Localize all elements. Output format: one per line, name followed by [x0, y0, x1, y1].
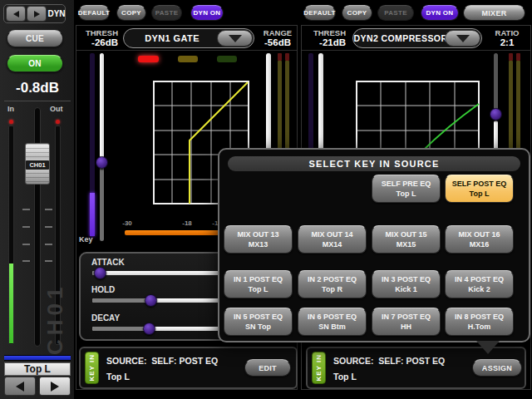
hold-slider-fill	[92, 298, 145, 303]
option-line2: HH	[401, 322, 411, 332]
dyn1-thresh-value: -26dB	[76, 37, 118, 47]
key-source-option[interactable]: MIX OUT 13 MX13	[224, 225, 293, 254]
option-line1: SELF PRE EQ	[382, 179, 431, 189]
in-meter-label: In	[7, 105, 14, 113]
keyin-tag: KEY IN	[312, 352, 326, 384]
dyn1-type-value: DYN1 GATE	[124, 29, 220, 47]
chevron-down-icon	[229, 35, 242, 42]
decay-knob[interactable]	[143, 323, 155, 335]
attack-knob[interactable]	[94, 267, 106, 279]
key-source-option[interactable]: IN 5 POST EQ SN Top	[224, 308, 293, 336]
key-source-option[interactable]: IN 4 POST EQ Kick 2	[445, 270, 514, 298]
decay-slider-fill	[92, 327, 144, 331]
dyn1-paste-button[interactable]: PASTE	[151, 5, 182, 21]
dynamics-screen: DYN CUE ON -0.8dB In Out CH01 CH01 Top L	[0, 0, 532, 399]
mixer-button[interactable]: MIXER	[463, 5, 525, 21]
next-page-button[interactable]	[39, 377, 71, 396]
dyn2-thresh-label: THRESH	[304, 28, 346, 37]
gr-meter-top	[509, 53, 513, 61]
option-line2: H.Tom	[468, 322, 490, 332]
out-meter-label: Out	[50, 105, 63, 113]
dyn2-thresh-value: -21dB	[304, 37, 346, 47]
dyn2-on-button[interactable]: DYN ON	[421, 5, 459, 21]
option-line1: IN 3 POST EQ	[382, 274, 431, 284]
chevron-down-icon	[456, 35, 470, 42]
keyin-assign-button[interactable]: ASSIGN	[472, 359, 522, 377]
channel-name-box: Top L	[4, 362, 71, 376]
option-line1: MIX OUT 13	[237, 229, 278, 239]
in-peak-led	[9, 120, 13, 124]
keyin-tag-label: KEY IN	[315, 354, 323, 382]
key-in-meter-fill	[90, 193, 95, 236]
dyn2-paste-button[interactable]: PASTE	[377, 5, 414, 21]
dyn1-keyin-box: KEY IN SOURCE: SELF: POST EQ Top L EDIT	[79, 347, 298, 389]
dyn2-ratio-knob[interactable]	[490, 108, 502, 121]
dyn2-copy-button[interactable]: COPY	[342, 5, 372, 21]
popup-pointer-icon	[476, 341, 500, 354]
dyn1-keyin-channel: Top L	[106, 372, 130, 382]
gr-meter-top	[278, 53, 282, 61]
dyn1-default-button[interactable]: DEFAULT	[78, 5, 110, 21]
dyn1-thresh-slider-lower[interactable]	[100, 164, 104, 241]
keyin-edit-button[interactable]: EDIT	[244, 359, 291, 377]
out-peak-led	[56, 120, 60, 124]
key-source-option[interactable]: IN 3 POST EQ Kick 1	[372, 270, 441, 298]
dyn1-thresh-knob[interactable]	[96, 156, 108, 169]
hold-knob[interactable]	[145, 294, 157, 307]
key-source-option[interactable]: IN 7 POST EQ HH	[372, 308, 441, 336]
option-line2: MX16	[470, 239, 490, 249]
option-line1: IN 4 POST EQ	[455, 274, 504, 284]
dyn2-keyin-source: SOURCE: SELF: POST EQ	[333, 356, 445, 366]
on-button[interactable]: ON	[7, 55, 63, 72]
dyn2-default-button[interactable]: DEFAULT	[303, 5, 336, 21]
gate-open-led	[138, 56, 159, 62]
dyn1-range-value: -56dB	[258, 37, 298, 47]
dyn2-keyin-channel: Top L	[333, 372, 357, 382]
prev-page-button[interactable]	[4, 377, 36, 396]
key-source-option[interactable]: IN 8 POST EQ H.Tom	[445, 308, 514, 336]
prev-channel-button[interactable]	[6, 6, 26, 22]
dyn2-type-value: DYN2 COMPRESSOR	[353, 29, 448, 47]
option-line1: MIX OUT 14	[311, 229, 352, 239]
fader-cap-label: CH01	[26, 160, 49, 170]
divider	[76, 50, 297, 51]
dyn2-type-dropdown[interactable]: DYN2 COMPRESSOR	[352, 28, 482, 48]
divider	[4, 101, 71, 101]
fader-cap[interactable]: CH01	[25, 143, 50, 185]
channel-color-bar	[4, 355, 71, 361]
dyn1-type-dropdown-button[interactable]	[217, 30, 253, 47]
cue-button[interactable]: CUE	[7, 30, 63, 47]
select-keyin-source-popup: SELECT KEY IN SOURCE SELF PRE EQ Top L S…	[218, 148, 530, 342]
key-source-option[interactable]: MIX OUT 14 MX14	[298, 225, 367, 254]
left-arrow-icon	[16, 382, 24, 392]
key-source-option[interactable]: IN 2 POST EQ Top R	[298, 270, 367, 298]
dyn1-copy-button[interactable]: COPY	[116, 5, 146, 21]
key-source-option-selected[interactable]: SELF POST EQ Top L	[445, 175, 514, 203]
dyn2-ratio-slider-upper[interactable]	[494, 53, 498, 110]
next-channel-button[interactable]	[27, 6, 47, 22]
gr-meter-top	[285, 53, 289, 61]
option-line1: MIX OUT 15	[385, 229, 426, 239]
popup-title: SELECT KEY IN SOURCE	[228, 156, 520, 171]
key-source-option[interactable]: IN 1 POST EQ Top L	[224, 270, 293, 298]
fader-tick	[45, 209, 52, 210]
dyn1-range-label: RANGE	[258, 28, 298, 37]
right-arrow-icon	[51, 382, 59, 392]
key-source-option[interactable]: MIX OUT 16 MX16	[445, 225, 514, 254]
dyn2-type-dropdown-button[interactable]	[445, 30, 480, 47]
fader-tick	[22, 260, 30, 262]
dyn1-type-dropdown[interactable]: DYN1 GATE	[123, 28, 254, 48]
dyn1-thresh-slider-upper[interactable]	[100, 53, 104, 158]
option-line2: Kick 2	[468, 284, 490, 294]
gate-hold-led	[178, 56, 198, 62]
key-source-option[interactable]: MIX OUT 15 MX15	[372, 225, 441, 254]
key-source-option[interactable]: IN 6 POST EQ SN Btm	[298, 308, 367, 336]
option-line2: Top L	[397, 189, 416, 199]
divider	[302, 50, 530, 51]
key-source-option[interactable]: SELF PRE EQ Top L	[372, 175, 441, 203]
option-line2: Top L	[470, 189, 490, 199]
decay-label: DECAY	[91, 313, 120, 323]
dyn1-on-button[interactable]: DYN ON	[190, 5, 224, 21]
option-line2: Top L	[249, 284, 268, 294]
option-line2: MX14	[323, 239, 342, 249]
